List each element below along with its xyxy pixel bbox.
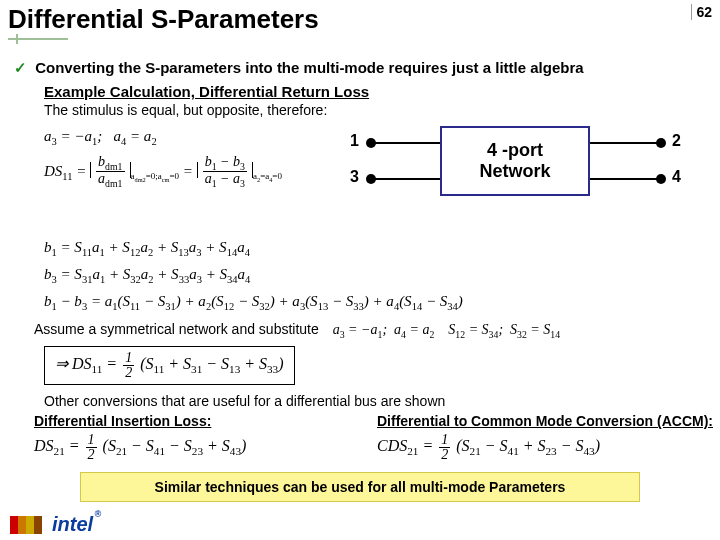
check-icon: ✓	[14, 59, 27, 76]
assume-equation: a3 = −a1; a4 = a2 S12 = S34; S32 = S14	[333, 322, 560, 337]
diff-insertion-loss-title: Differential Insertion Loss:	[34, 413, 377, 429]
port-1-label: 1	[350, 132, 359, 150]
port-4-label: 4	[672, 168, 681, 186]
title-decoration	[8, 34, 68, 44]
b-equations: b1 = S11a1 + S12a2 + S13a3 + S14a4 b3 = …	[44, 235, 720, 315]
ornament-logo	[10, 516, 42, 534]
bullet-text: Converting the S-parameters into the mul…	[35, 59, 583, 76]
ds21-equation: DS21 = 12 (S21 − S41 − S23 + S43)	[34, 433, 377, 462]
page-number: 62	[691, 4, 712, 20]
assume-row: Assume a symmetrical network and substit…	[34, 321, 720, 340]
example-heading: Example Calculation, Differential Return…	[44, 83, 720, 100]
port-3-label: 3	[350, 168, 359, 186]
summary-box: Similar techniques can be used for all m…	[80, 472, 640, 502]
other-conversions-text: Other conversions that are useful for a …	[44, 393, 720, 409]
cds21-equation: CDS21 = 12 (S21 − S41 + S23 − S43)	[377, 433, 720, 462]
bullet-line: ✓ Converting the S-parameters into the m…	[14, 59, 720, 77]
port-2-label: 2	[672, 132, 681, 150]
logo-strip: intel®	[10, 513, 93, 536]
network-box-line2: Network	[479, 161, 550, 182]
intel-logo: intel®	[52, 513, 93, 536]
result-boxed-equation: ⇒ DS11 = 12 (S11 + S31 − S13 + S33)	[44, 346, 295, 385]
diff-common-mode-title: Differential to Common Mode Conversion (…	[377, 413, 720, 429]
assume-text: Assume a symmetrical network and substit…	[34, 321, 319, 337]
four-port-diagram: 1 3 2 4 4 -port Network	[310, 118, 700, 204]
page-title: Differential S-Parameters	[8, 4, 319, 35]
network-box-line1: 4 -port	[487, 140, 543, 161]
network-box: 4 -port Network	[440, 126, 590, 196]
stimulus-text: The stimulus is equal, but opposite, the…	[44, 102, 720, 118]
